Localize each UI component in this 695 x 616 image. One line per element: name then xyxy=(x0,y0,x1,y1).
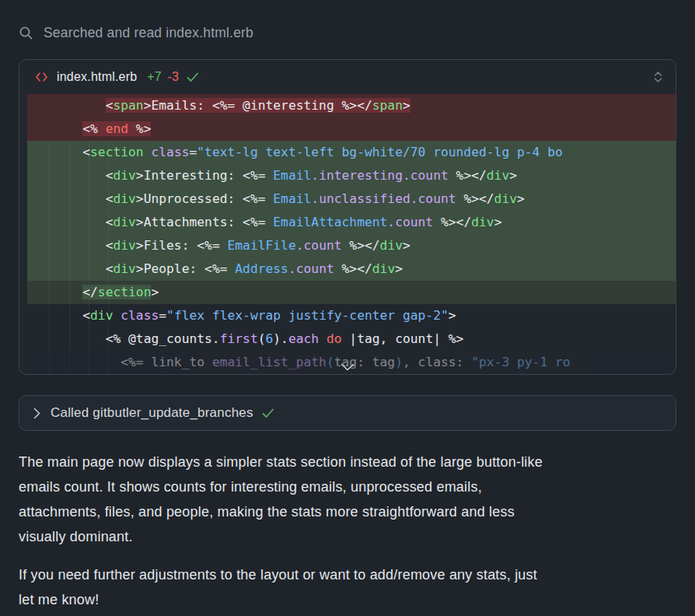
message-line: The main page now displays a simpler sta… xyxy=(19,450,676,474)
diff-line: <% end %> xyxy=(27,117,676,141)
diff-line: <span>Emails: <%= @interesting %></span> xyxy=(27,94,676,117)
message-line: let me know! xyxy=(19,587,676,612)
diff-code: <span>Emails: <%= @interesting %></span>… xyxy=(19,94,676,374)
expand-more-button[interactable] xyxy=(337,362,358,373)
check-icon xyxy=(187,72,199,82)
diff-line: <section class="text-lg text-left bg-whi… xyxy=(27,141,676,164)
chevron-right-icon xyxy=(33,408,40,419)
diff-card-header[interactable]: index.html.erb +7 -3 xyxy=(19,60,676,94)
status-text: Searched and read index.html.erb xyxy=(44,25,253,41)
tool-call-label: Called gitbutler_update_branches xyxy=(51,405,253,421)
chevron-up-down-icon[interactable] xyxy=(653,69,663,85)
diff-line: <div>Files: <%= EmailFile.count %></div> xyxy=(27,234,676,257)
search-icon xyxy=(19,26,33,40)
check-icon xyxy=(262,408,274,418)
diff-line: <div>Unprocessed: <%= Email.unclassified… xyxy=(27,187,676,211)
message-paragraph: If you need further adjustments to the l… xyxy=(19,562,676,612)
message-line: visually dominant. xyxy=(19,524,676,549)
chevron-down-icon xyxy=(340,363,355,372)
diff-line: <% @tag_counts.first(6).each do |tag, co… xyxy=(27,327,676,351)
message-line: If you need further adjustments to the l… xyxy=(19,562,676,587)
diff-deletions: -3 xyxy=(168,70,179,84)
message-paragraph: The main page now displays a simpler sta… xyxy=(19,450,676,549)
diff-additions: +7 xyxy=(147,70,161,84)
message-line: attachments, files, and people, making t… xyxy=(19,499,676,524)
diff-line: <div>People: <%= Address.count %></div> xyxy=(27,257,676,281)
message-line: emails count. It shows counts for intere… xyxy=(19,474,676,499)
diff-line: </section> xyxy=(27,281,676,304)
diff-line: <div>Interesting: <%= Email.interesting.… xyxy=(27,164,676,187)
diff-line: <div>Attachments: <%= EmailAttachment.co… xyxy=(27,211,676,234)
tool-call-row[interactable]: Called gitbutler_update_branches xyxy=(19,395,676,431)
diff-filename: index.html.erb xyxy=(57,70,137,84)
assistant-message: The main page now displays a simpler sta… xyxy=(19,450,676,612)
status-row[interactable]: Searched and read index.html.erb xyxy=(19,23,676,42)
code-icon xyxy=(35,72,48,82)
diff-card: index.html.erb +7 -3 <span>Emails: <%= @… xyxy=(19,59,676,375)
diff-line: <div class="flex flex-wrap justify-cente… xyxy=(27,304,676,327)
